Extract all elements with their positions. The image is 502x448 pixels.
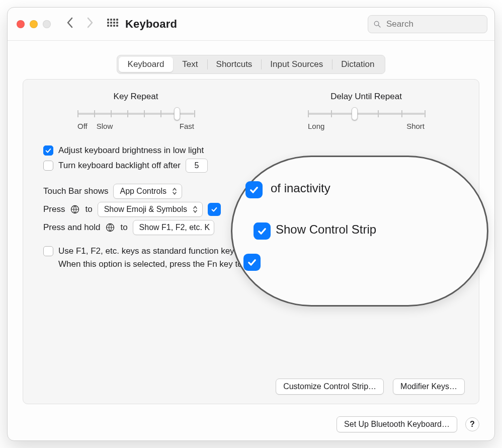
search-field[interactable] xyxy=(368,15,487,33)
backlight-off-value[interactable]: 5 xyxy=(186,159,208,173)
key-repeat-slow-label: Slow xyxy=(97,122,113,130)
callout-overlay: of inactivity Show Control Strip xyxy=(231,156,488,307)
backlight-off-checkbox[interactable] xyxy=(43,161,53,171)
callout-check-icon-3 xyxy=(243,254,261,271)
close-window-icon[interactable] xyxy=(17,20,25,28)
press-globe-value: Show Emoji & Symbols xyxy=(104,205,187,214)
modifier-keys-button[interactable]: Modifier Keys… xyxy=(393,379,465,395)
zoom-window-icon xyxy=(43,20,51,28)
forward-button xyxy=(85,16,94,32)
press-hold-label-a: Press and hold xyxy=(43,222,100,233)
help-button[interactable]: ? xyxy=(465,417,479,431)
search-input[interactable] xyxy=(385,19,482,30)
callout-text-show-control-strip: Show Control Strip xyxy=(276,222,376,237)
chevron-updown-icon xyxy=(192,205,198,214)
fn-keys-checkbox[interactable] xyxy=(43,246,53,256)
show-all-icon[interactable] xyxy=(107,19,118,30)
tab-keyboard[interactable]: Keyboard xyxy=(119,57,174,72)
delay-short-label: Short xyxy=(406,122,425,130)
key-repeat-group: Key Repeat Off Slow xyxy=(77,92,194,130)
preferences-window: Keyboard Keyboard Text Shortcuts Input S… xyxy=(7,7,495,441)
svg-line-1 xyxy=(378,25,380,27)
page-title: Keyboard xyxy=(125,18,177,31)
adjust-brightness-label: Adjust keyboard brightness in low light xyxy=(58,145,204,156)
touch-bar-value: App Controls xyxy=(120,187,166,196)
key-repeat-slider[interactable] xyxy=(77,107,194,121)
delay-long-label: Long xyxy=(308,122,324,130)
tab-dictation[interactable]: Dictation xyxy=(332,57,383,72)
tab-text[interactable]: Text xyxy=(173,57,207,72)
tab-bar: Keyboard Text Shortcuts Input Sources Di… xyxy=(8,55,494,74)
press-hold-select[interactable]: Show F1, F2, etc. K xyxy=(133,220,215,235)
key-repeat-fast-label: Fast xyxy=(180,122,194,130)
key-repeat-off-label: Off xyxy=(77,122,88,130)
customize-control-strip-button[interactable]: Customize Control Strip… xyxy=(276,379,384,395)
window-bottom-row: Set Up Bluetooth Keyboard… ? xyxy=(8,416,494,432)
delay-repeat-group: Delay Until Repeat Long Short xyxy=(308,92,425,130)
nav-arrows xyxy=(66,16,94,32)
tab-shortcuts[interactable]: Shortcuts xyxy=(207,57,262,72)
footer-buttons: Customize Control Strip… Modifier Keys… xyxy=(276,379,465,395)
key-repeat-label: Key Repeat xyxy=(77,92,194,102)
press-label: Press xyxy=(43,204,65,214)
globe-icon xyxy=(70,204,80,214)
delay-repeat-slider[interactable] xyxy=(308,107,425,121)
window-controls xyxy=(17,20,51,28)
callout-check-icon-1 xyxy=(245,181,263,198)
press-hold-label-b: to xyxy=(120,222,127,233)
touch-bar-select[interactable]: App Controls xyxy=(113,184,182,199)
press-hold-value: Show F1, F2, etc. K xyxy=(139,223,210,232)
press-to-label: to xyxy=(85,204,92,214)
backlight-off-label: Turn keyboard backlight off after xyxy=(58,161,181,171)
search-icon xyxy=(373,20,381,29)
back-button[interactable] xyxy=(66,16,75,32)
adjust-brightness-checkbox[interactable] xyxy=(43,145,53,156)
globe-icon xyxy=(105,222,115,233)
titlebar: Keyboard xyxy=(8,8,494,41)
callout-text-inactivity: of inactivity xyxy=(271,181,330,195)
setup-bluetooth-keyboard-button[interactable]: Set Up Bluetooth Keyboard… xyxy=(337,416,457,432)
minimize-window-icon[interactable] xyxy=(30,20,38,28)
touch-bar-label: Touch Bar shows xyxy=(43,186,108,196)
globe-indicator-icon xyxy=(208,203,221,216)
callout-check-icon-2 xyxy=(254,222,271,240)
delay-repeat-label: Delay Until Repeat xyxy=(308,92,425,102)
chevron-updown-icon xyxy=(172,187,178,196)
tab-input-sources[interactable]: Input Sources xyxy=(261,57,332,72)
adjust-brightness-row: Adjust keyboard brightness in low light xyxy=(43,145,459,156)
press-globe-select[interactable]: Show Emoji & Symbols xyxy=(98,202,203,217)
